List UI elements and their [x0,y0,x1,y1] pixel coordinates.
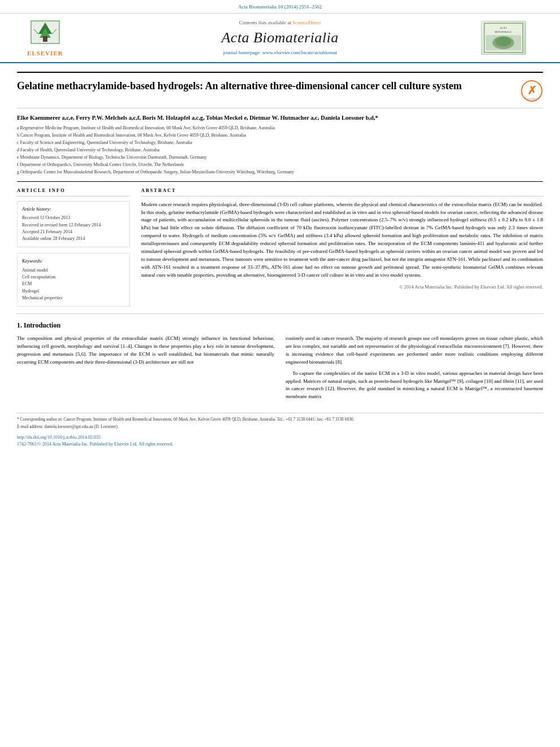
contents-note: Contents lists available at ScienceDirec… [79,19,481,27]
crossmark-badge[interactable]: ✗ CrossMark [520,80,543,102]
affiliation-g: g Orthopaedic Center for Musculoskeletal… [17,169,543,176]
footnote-corresponding: * Corresponding author at: Cancer Progra… [17,417,543,423]
journal-title: Acta Biomaterialia [79,28,481,48]
elsevier-logo-area: ELSEVIER [11,18,79,58]
keyword-3: ECM [22,281,125,287]
authors-names: Elke Kaemmerer a,c,e, Ferry P.W. Melchel… [17,114,543,123]
affiliations: a Regenerative Medicine Program, Institu… [17,125,543,176]
keywords-box: Keywords: Animal model Cell encapsulatio… [17,253,130,307]
journal-header: ELSEVIER Contents lists available at Sci… [0,14,560,63]
footnote-email: E-mail address: daniela.loessner@qut.edu… [17,424,543,430]
svg-rect-3 [43,36,47,42]
doi-link[interactable]: http://dx.doi.org/10.1016/j.actbio.2014.… [17,434,543,440]
journal-homepage[interactable]: journal homepage: www.elsevier.com/locat… [79,49,481,56]
authors-section: Elke Kaemmerer a,c,e, Ferry P.W. Melchel… [17,114,543,176]
section-title-text: Introduction [24,321,60,329]
body-two-col: The composition and physical properties … [17,335,543,405]
accepted-date: Accepted 21 February 2014 [22,229,125,235]
elsevier-logo: ELSEVIER [11,18,79,58]
affiliation-c: c Faculty of Science and Engineering, Qu… [17,139,543,146]
journal-citation-bar: Acta Biomaterialia 10 (2014) 2551–2562 [0,0,560,14]
abstract-text: Modern cancer research requires physiolo… [141,201,543,279]
intro-para-3: To capture the complexities of the nativ… [286,370,543,401]
issn-line: 1742-7061/© 2014 Acta Materialia Inc. Pu… [17,441,543,447]
crossmark-icon: ✗ CrossMark [520,80,543,102]
intro-para-1: The composition and physical properties … [17,335,274,366]
body-col-left: The composition and physical properties … [17,335,274,405]
footnote-area: * Corresponding author at: Cancer Progra… [17,413,543,447]
article-info-abstract: ARTICLE INFO Article history: Received 1… [17,181,543,307]
journal-logo-right: ACTA BIOMATERIALIA [481,21,549,55]
keywords-title: Keywords: [22,258,125,265]
intro-para-2: routinely used in cancer research. The m… [286,335,543,366]
affiliation-d: d Faculty of Health, Queensland Universi… [17,147,543,154]
section-divider [17,313,543,314]
available-date: Available online 28 February 2014 [22,235,125,242]
article-history-box: Article history: Received 11 October 201… [17,201,130,248]
affiliation-a: a Regenerative Medicine Program, Institu… [17,125,543,132]
sciencedirect-link[interactable]: ScienceDirect [292,20,321,25]
journal-center-header: Contents lists available at ScienceDirec… [79,19,481,56]
body-col-right: routinely used in cancer research. The m… [286,335,543,405]
elsevier-text: ELSEVIER [27,49,63,58]
affiliation-e: e Membrane Dynamics, Department of Biolo… [17,154,543,161]
abstract-column: ABSTRACT Modern cancer research requires… [141,187,543,307]
article-info-column: ARTICLE INFO Article history: Received 1… [17,187,130,307]
main-content: Gelatine methacrylamide-based hydrogels:… [0,63,560,456]
svg-text:ACTA: ACTA [500,26,507,29]
doi-links: http://dx.doi.org/10.1016/j.actbio.2014.… [17,434,543,447]
received-date: Received 11 October 2013 [22,215,125,221]
acta-mini-logo: ACTA BIOMATERIALIA [481,21,526,55]
article-title-section: Gelatine methacrylamide-based hydrogels:… [17,72,543,108]
affiliation-b: b Cancer Program, Institute of Health an… [17,132,543,139]
affiliation-f: f Department of Orthopaedics, University… [17,161,543,168]
svg-text:CrossMark: CrossMark [525,97,539,101]
section-title: 1. Introduction [17,321,543,330]
keyword-2: Cell encapsulation [22,274,125,280]
abstract-header: ABSTRACT [141,187,543,196]
article-history-title: Article history: [22,206,125,213]
revised-date: Received in revised form 12 February 201… [22,222,125,228]
acta-logo-image: ACTA BIOMATERIALIA [483,21,524,54]
svg-text:✗: ✗ [527,84,537,97]
svg-text:BIOMATERIALIA: BIOMATERIALIA [495,31,512,33]
article-info-header: ARTICLE INFO [17,187,130,196]
keyword-4: Hydrogel [22,288,125,294]
svg-point-12 [495,37,511,46]
introduction-section: 1. Introduction The composition and phys… [17,321,543,404]
copyright-line: © 2014 Acta Materialia Inc. Published by… [141,284,543,291]
article-title: Gelatine methacrylamide-based hydrogels:… [17,80,520,93]
keyword-5: Mechanical properties [22,295,125,301]
elsevier-tree-icon [28,18,62,49]
journal-citation: Acta Biomaterialia 10 (2014) 2551–2562 [238,4,322,10]
keyword-1: Animal model [22,267,125,273]
